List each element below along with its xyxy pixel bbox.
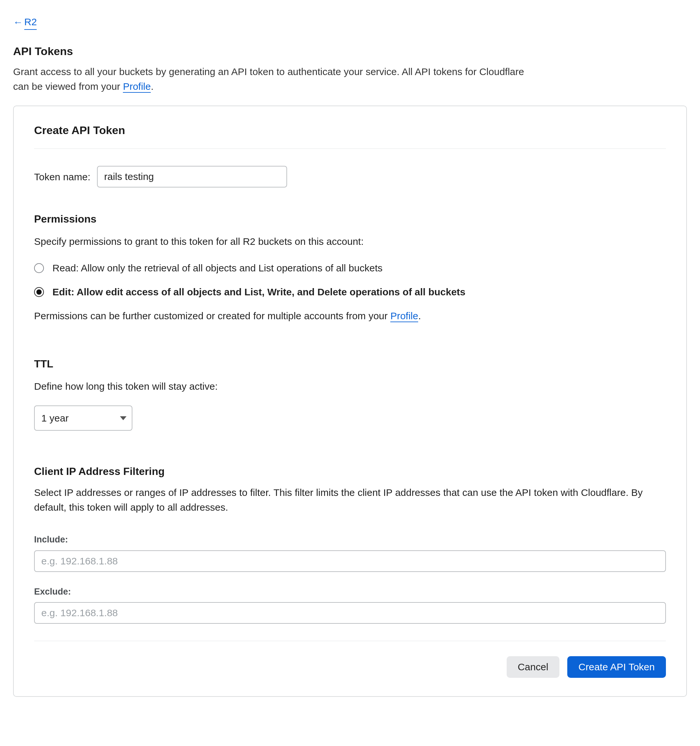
ttl-section: TTL Define how long this token will stay… <box>34 356 666 431</box>
permissions-note: Permissions can be further customized or… <box>34 308 666 323</box>
back-link-label: R2 <box>24 14 37 30</box>
exclude-field-group: Exclude: <box>34 585 666 624</box>
include-label: Include: <box>34 533 666 546</box>
cancel-button[interactable]: Cancel <box>507 656 559 678</box>
ttl-description: Define how long this token will stay act… <box>34 379 666 394</box>
permission-option-read[interactable]: Read: Allow only the retrieval of all ob… <box>34 260 666 275</box>
permission-label: Edit: Allow edit access of all objects a… <box>53 284 466 299</box>
ttl-heading: TTL <box>34 356 666 372</box>
ttl-select[interactable]: 1 year <box>34 405 132 431</box>
token-name-label: Token name: <box>34 170 90 184</box>
page-description-pre: Grant access to all your buckets by gene… <box>13 66 524 92</box>
ip-filter-description: Select IP addresses or ranges of IP addr… <box>34 485 650 514</box>
radio-icon <box>34 287 44 297</box>
form-title: Create API Token <box>34 122 666 138</box>
page-description: Grant access to all your buckets by gene… <box>13 64 538 94</box>
token-name-row: Token name: <box>34 166 666 188</box>
exclude-label: Exclude: <box>34 585 666 599</box>
include-input[interactable] <box>34 550 666 572</box>
permissions-note-post: . <box>418 310 421 321</box>
permission-option-edit[interactable]: Edit: Allow edit access of all objects a… <box>34 284 666 299</box>
create-token-button[interactable]: Create API Token <box>567 656 666 678</box>
ttl-select-value: 1 year <box>41 411 69 426</box>
create-token-card: Create API Token Token name: Permissions… <box>13 105 687 697</box>
chevron-down-icon <box>120 416 126 420</box>
profile-link[interactable]: Profile <box>123 81 151 93</box>
action-row: Cancel Create API Token <box>34 656 666 678</box>
ip-filter-heading: Client IP Address Filtering <box>34 463 666 479</box>
radio-icon <box>34 263 44 273</box>
page-description-post: . <box>151 81 153 92</box>
permissions-profile-link[interactable]: Profile <box>390 310 418 322</box>
arrow-left-icon: ← <box>13 17 23 27</box>
permission-label: Read: Allow only the retrieval of all ob… <box>53 260 382 275</box>
permissions-description: Specify permissions to grant to this tok… <box>34 234 666 249</box>
back-link[interactable]: ←R2 <box>13 14 37 30</box>
permissions-note-pre: Permissions can be further customized or… <box>34 310 390 321</box>
exclude-input[interactable] <box>34 602 666 624</box>
include-field-group: Include: <box>34 533 666 572</box>
divider <box>34 149 666 149</box>
token-name-input[interactable] <box>97 166 287 188</box>
ip-filter-section: Client IP Address Filtering Select IP ad… <box>34 463 666 624</box>
permissions-heading: Permissions <box>34 211 666 227</box>
page-title: API Tokens <box>13 43 687 60</box>
